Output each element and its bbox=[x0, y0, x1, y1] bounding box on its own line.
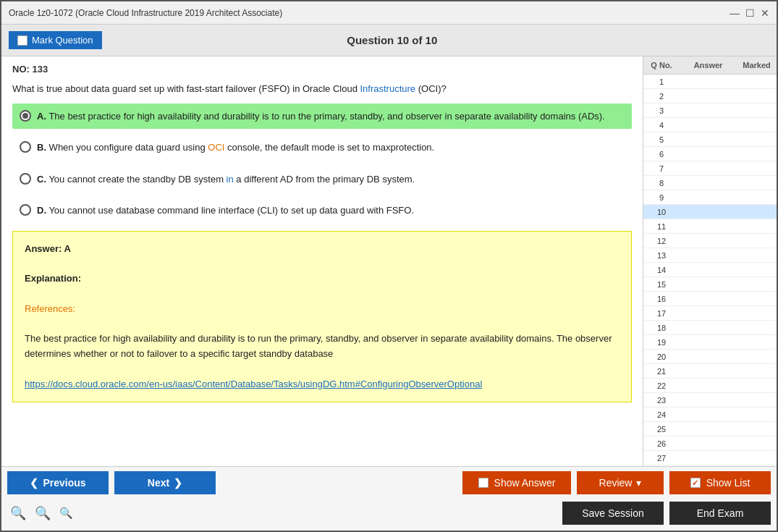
review-button[interactable]: Review ▾ bbox=[577, 471, 664, 494]
sidebar-row[interactable]: 14 bbox=[643, 263, 777, 277]
window-controls: — ☐ ✕ bbox=[730, 7, 769, 19]
sidebar-cell-q: 6 bbox=[643, 150, 680, 159]
option-b-text: B. When you configure data guard using O… bbox=[37, 140, 434, 155]
main-window: Oracle 1z0-1072 (Oracle Cloud Infrastruc… bbox=[0, 0, 778, 532]
sidebar-header: Q No. Answer Marked bbox=[643, 56, 777, 75]
question-text: What is true about data guard set up wit… bbox=[12, 82, 632, 96]
option-c[interactable]: C. You cannot create the standby DB syst… bbox=[12, 166, 632, 193]
option-d-text: D. You cannot use database command line … bbox=[37, 203, 414, 218]
sidebar-row[interactable]: 13 bbox=[643, 248, 777, 263]
sidebar-row[interactable]: 12 bbox=[643, 234, 777, 248]
option-a[interactable]: A. The best practice for high availabili… bbox=[12, 104, 632, 130]
sidebar-cell-q: 10 bbox=[643, 208, 680, 216]
question-number: NO: 133 bbox=[12, 64, 632, 75]
sidebar-row[interactable]: 4 bbox=[643, 118, 777, 132]
option-d[interactable]: D. You cannot use database command line … bbox=[12, 198, 632, 224]
show-list-label: Show List bbox=[706, 477, 750, 489]
sidebar-cell-q: 3 bbox=[643, 106, 680, 115]
show-list-checkbox-icon: ✓ bbox=[690, 478, 701, 488]
option-b-oci-highlight: OCI bbox=[208, 142, 224, 153]
mark-checkbox-icon: ✓ bbox=[17, 35, 28, 46]
sidebar-cell-q: 27 bbox=[643, 454, 680, 463]
sidebar-row[interactable]: 20 bbox=[643, 350, 777, 364]
show-answer-label: Show Answer bbox=[494, 477, 556, 489]
sidebar-row[interactable]: 21 bbox=[643, 364, 777, 379]
window-title: Oracle 1z0-1072 (Oracle Cloud Infrastruc… bbox=[9, 8, 282, 18]
sidebar: Q No. Answer Marked 1 2 3 4 5 6 bbox=[643, 56, 777, 466]
bottom-row2: 🔍 🔍 🔍 Save Session End Exam bbox=[1, 499, 777, 531]
option-a-radio bbox=[20, 110, 31, 122]
sidebar-row[interactable]: 6 bbox=[643, 147, 777, 161]
sidebar-header-answer: Answer bbox=[680, 59, 737, 71]
sidebar-cell-q: 14 bbox=[643, 266, 680, 274]
bottom-bar: ❮ Previous Next ❯ Show Answer Review ▾ ✓… bbox=[1, 466, 777, 531]
sidebar-cell-q: 4 bbox=[643, 121, 680, 130]
sidebar-cell-q: 18 bbox=[643, 324, 680, 332]
zoom-out-button[interactable]: 🔍 bbox=[7, 504, 29, 523]
show-answer-checkbox-icon bbox=[478, 478, 489, 488]
answer-box: Answer: A Explanation: References: The b… bbox=[12, 231, 632, 403]
answer-line: Answer: A bbox=[25, 242, 620, 257]
show-answer-button[interactable]: Show Answer bbox=[462, 471, 571, 494]
sidebar-row[interactable]: 8 bbox=[643, 176, 777, 190]
sidebar-row[interactable]: 7 bbox=[643, 161, 777, 176]
zoom-in-button[interactable]: 🔍 bbox=[56, 505, 76, 521]
option-b-radio bbox=[20, 141, 31, 153]
next-chevron-icon: ❯ bbox=[174, 477, 182, 489]
sidebar-row[interactable]: 5 bbox=[643, 132, 777, 147]
sidebar-cell-q: 11 bbox=[643, 222, 680, 231]
mark-question-button[interactable]: ✓ Mark Question bbox=[9, 31, 102, 49]
sidebar-row[interactable]: 2 bbox=[643, 89, 777, 104]
end-exam-button[interactable]: End Exam bbox=[669, 502, 771, 525]
question-text-highlight-infrastructure: Infrastructure bbox=[360, 83, 415, 94]
sidebar-row[interactable]: 1 bbox=[643, 75, 777, 89]
previous-button[interactable]: ❮ Previous bbox=[7, 471, 109, 494]
sidebar-row[interactable]: 19 bbox=[643, 335, 777, 350]
sidebar-cell-q: 8 bbox=[643, 179, 680, 187]
sidebar-cell-q: 24 bbox=[643, 410, 680, 419]
sidebar-cell-q: 5 bbox=[643, 135, 680, 144]
ref-label-text: References: bbox=[25, 303, 75, 314]
option-d-radio bbox=[20, 204, 31, 216]
references-label: References: bbox=[25, 302, 620, 317]
show-list-button[interactable]: ✓ Show List bbox=[669, 471, 771, 494]
save-session-label: Save Session bbox=[582, 507, 644, 519]
save-session-button[interactable]: Save Session bbox=[562, 502, 664, 525]
sidebar-row[interactable]: 15 bbox=[643, 277, 777, 292]
sidebar-cell-q: 15 bbox=[643, 280, 680, 289]
maximize-icon[interactable]: ☐ bbox=[745, 7, 755, 19]
sidebar-cell-q: 16 bbox=[643, 295, 680, 303]
sidebar-row[interactable]: 16 bbox=[643, 292, 777, 306]
toolbar: ✓ Mark Question Question 10 of 10 bbox=[1, 25, 777, 56]
next-button[interactable]: Next ❯ bbox=[114, 471, 216, 494]
sidebar-header-qno: Q No. bbox=[643, 59, 680, 71]
sidebar-cell-q: 9 bbox=[643, 193, 680, 202]
minimize-icon[interactable]: — bbox=[730, 7, 740, 19]
sidebar-row[interactable]: 3 bbox=[643, 104, 777, 118]
previous-chevron-icon: ❮ bbox=[30, 477, 38, 489]
explanation-label: Explanation: bbox=[25, 271, 620, 287]
zoom-controls: 🔍 🔍 🔍 bbox=[7, 504, 76, 523]
close-icon[interactable]: ✕ bbox=[761, 7, 769, 19]
sidebar-row[interactable]: 18 bbox=[643, 321, 777, 335]
sidebar-row[interactable]: 17 bbox=[643, 306, 777, 321]
sidebar-cell-q: 17 bbox=[643, 309, 680, 318]
sidebar-row[interactable]: 10 bbox=[643, 205, 777, 219]
sidebar-cell-q: 25 bbox=[643, 425, 680, 434]
sidebar-cell-q: 22 bbox=[643, 381, 680, 390]
sidebar-row[interactable]: 23 bbox=[643, 393, 777, 408]
options-list: A. The best practice for high availabili… bbox=[12, 104, 632, 224]
sidebar-cell-q: 12 bbox=[643, 237, 680, 245]
sidebar-row[interactable]: 26 bbox=[643, 436, 777, 451]
sidebar-row[interactable]: 22 bbox=[643, 379, 777, 393]
sidebar-row[interactable]: 27 bbox=[643, 451, 777, 465]
sidebar-row[interactable]: 11 bbox=[643, 219, 777, 234]
answer-reference-link[interactable]: https://docs.cloud.oracle.com/en-us/iaas… bbox=[25, 379, 482, 389]
option-b[interactable]: B. When you configure data guard using O… bbox=[12, 135, 632, 161]
sidebar-row[interactable]: 9 bbox=[643, 190, 777, 205]
sidebar-row[interactable]: 24 bbox=[643, 408, 777, 422]
title-bar: Oracle 1z0-1072 (Oracle Cloud Infrastruc… bbox=[1, 1, 777, 25]
zoom-reset-button[interactable]: 🔍 bbox=[32, 504, 54, 523]
sidebar-row[interactable]: 25 bbox=[643, 422, 777, 436]
option-c-radio bbox=[20, 173, 31, 185]
